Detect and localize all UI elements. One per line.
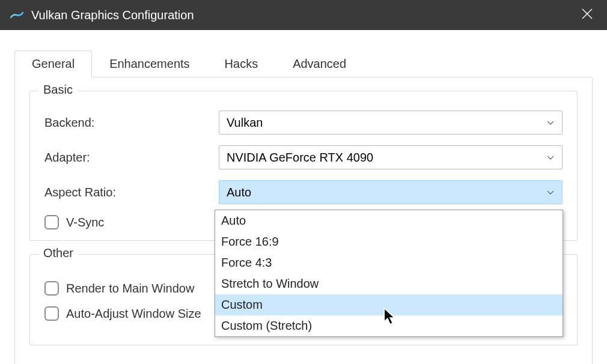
label-render-main: Render to Main Window <box>66 282 194 296</box>
label-backend: Backend: <box>44 116 219 130</box>
row-backend: Backend: Vulkan <box>44 111 563 135</box>
chevron-down-icon <box>548 188 554 196</box>
close-icon[interactable] <box>577 2 597 28</box>
legend-basic: Basic <box>38 83 78 97</box>
aspect-option-force-43[interactable]: Force 4:3 <box>215 252 563 273</box>
dropdown-aspect-ratio[interactable]: Auto <box>219 180 563 204</box>
label-aspect-ratio: Aspect Ratio: <box>44 186 219 199</box>
aspect-option-auto[interactable]: Auto <box>215 210 563 231</box>
dropdown-adapter[interactable]: NVIDIA GeForce RTX 4090 <box>219 145 563 169</box>
chevron-down-icon <box>548 118 554 127</box>
label-adapter: Adapter: <box>44 151 219 165</box>
dropdown-aspect-value: Auto <box>227 186 251 199</box>
legend-other: Other <box>38 246 78 260</box>
app-icon <box>10 8 24 22</box>
label-auto-adjust: Auto-Adjust Window Size <box>66 307 201 321</box>
checkbox-auto-adjust[interactable] <box>44 306 59 321</box>
tab-enhancements[interactable]: Enhancements <box>92 50 207 77</box>
dropdown-backend[interactable]: Vulkan <box>219 111 563 135</box>
checkbox-vsync[interactable] <box>44 215 59 229</box>
chevron-down-icon <box>548 153 554 162</box>
label-vsync: V-Sync <box>66 216 104 229</box>
dropdown-adapter-value: NVIDIA GeForce RTX 4090 <box>227 151 373 165</box>
window-title: Vulkan Graphics Configuration <box>31 8 577 22</box>
aspect-option-force-169[interactable]: Force 16:9 <box>215 231 563 252</box>
aspect-option-custom[interactable]: Custom <box>215 294 563 315</box>
aspect-option-stretch[interactable]: Stretch to Window <box>215 273 563 294</box>
dropdown-aspect-options: Auto Force 16:9 Force 4:3 Stretch to Win… <box>215 210 563 337</box>
row-aspect-ratio: Aspect Ratio: Auto <box>44 180 563 204</box>
checkbox-render-main[interactable] <box>44 281 59 296</box>
tab-hacks[interactable]: Hacks <box>207 50 276 77</box>
titlebar: Vulkan Graphics Configuration <box>0 0 607 30</box>
row-adapter: Adapter: NVIDIA GeForce RTX 4090 <box>44 145 563 169</box>
tab-advanced[interactable]: Advanced <box>275 50 364 77</box>
tab-general[interactable]: General <box>14 50 92 77</box>
aspect-option-custom-stretch[interactable]: Custom (Stretch) <box>215 315 563 336</box>
dropdown-backend-value: Vulkan <box>227 116 263 130</box>
tabs: General Enhancements Hacks Advanced <box>14 50 593 77</box>
